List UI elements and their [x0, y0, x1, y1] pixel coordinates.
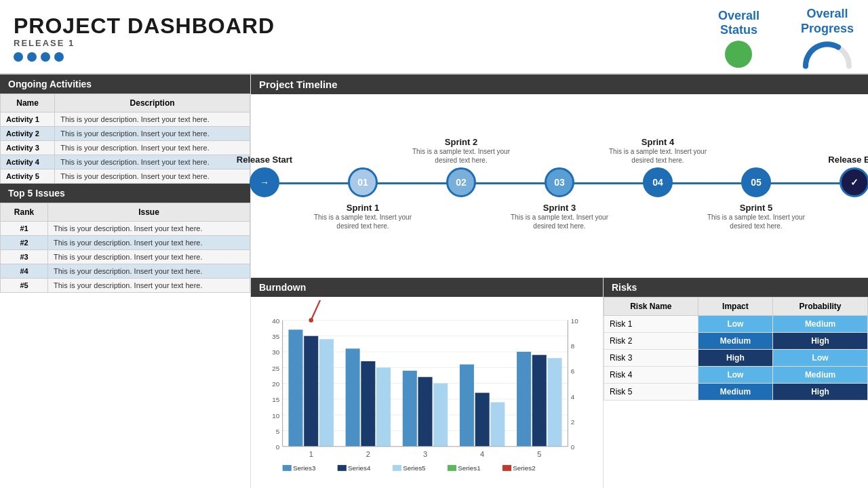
issues-header: Top 5 Issues — [0, 184, 250, 203]
svg-rect-42 — [547, 359, 561, 447]
timeline-node-2: 02 — [446, 167, 476, 197]
svg-rect-40 — [517, 352, 531, 447]
svg-rect-29 — [361, 361, 375, 447]
issues-col-rank: Rank — [1, 203, 48, 222]
activity-name: Activity 1 — [1, 113, 55, 127]
burndown-title: Burndown — [259, 282, 306, 293]
svg-text:Series4: Series4 — [348, 464, 371, 472]
risk-row: Risk 3HighLow — [604, 350, 868, 367]
release-label: RELEASE 1 — [14, 38, 275, 48]
risks-section: Risks Risk Name Impact Probability Risk … — [604, 278, 868, 488]
svg-text:15: 15 — [272, 396, 279, 403]
progress-gauge — [800, 39, 854, 69]
risk-name: Risk 2 — [604, 333, 698, 350]
activity-row: Activity 3This is your description. Inse… — [1, 141, 250, 155]
issue-rank: #3 — [1, 250, 48, 264]
svg-rect-30 — [376, 367, 391, 446]
timeline-label-bottom-5: Sprint 5This is a sample text. Insert yo… — [702, 203, 810, 230]
issue-desc: This is your description. Insert your te… — [48, 279, 250, 293]
risks-title: Risks — [612, 282, 637, 293]
burndown-section: Burndown 0510152025303540024681012345Ser… — [251, 278, 604, 488]
svg-text:1: 1 — [309, 450, 313, 458]
issue-row: #5This is your description. Insert your … — [1, 279, 250, 293]
svg-text:6: 6 — [571, 368, 575, 375]
overall-progress-block: Overall Progress — [800, 7, 854, 69]
svg-text:Series3: Series3 — [293, 464, 316, 472]
svg-rect-38 — [490, 403, 505, 447]
risk-impact: Medium — [698, 384, 772, 401]
burndown-content: 0510152025303540024681012345Series3Serie… — [251, 297, 603, 488]
dot-3 — [41, 52, 50, 62]
left-panel: Ongoing Activities Name Description Acti… — [0, 75, 251, 488]
dot-4 — [54, 52, 64, 62]
risk-row: Risk 5MediumHigh — [604, 384, 868, 401]
risk-prob: High — [773, 384, 868, 401]
title-block: PROJECT DASHBOARD RELEASE 1 — [14, 14, 275, 62]
issues-section: Top 5 Issues Rank Issue #1This is your d… — [0, 184, 250, 488]
bottom-right: Burndown 0510152025303540024681012345Ser… — [251, 278, 868, 488]
svg-text:30: 30 — [272, 349, 279, 357]
svg-rect-41 — [532, 355, 547, 447]
issue-row: #2This is your description. Insert your … — [1, 236, 250, 250]
svg-text:4: 4 — [480, 450, 484, 458]
svg-rect-24 — [288, 330, 302, 447]
dot-1 — [14, 52, 23, 62]
issue-desc: This is your description. Insert your te… — [48, 264, 250, 279]
activity-name: Activity 5 — [1, 169, 55, 184]
overall-status-label: Overall Status — [718, 9, 760, 38]
svg-rect-26 — [319, 340, 334, 447]
svg-rect-36 — [460, 365, 474, 447]
timeline-node-4: 04 — [643, 167, 673, 197]
risk-prob: Medium — [773, 316, 868, 333]
svg-text:3: 3 — [423, 450, 427, 458]
svg-text:2: 2 — [571, 418, 574, 426]
issues-title: Top 5 Issues — [8, 188, 65, 199]
svg-rect-59 — [338, 465, 347, 471]
svg-rect-33 — [418, 377, 432, 446]
risks-content: Risk Name Impact Probability Risk 1LowMe… — [604, 297, 868, 401]
issue-rank: #1 — [1, 222, 48, 236]
timeline-label-bottom-1: Sprint 1This is a sample text. Insert yo… — [309, 203, 417, 230]
svg-text:35: 35 — [272, 333, 279, 340]
risk-row: Risk 1LowMedium — [604, 316, 868, 333]
svg-point-49 — [309, 318, 313, 323]
svg-text:25: 25 — [272, 365, 279, 372]
activity-name: Activity 2 — [1, 127, 55, 141]
issues-table: Rank Issue #1This is your description. I… — [0, 203, 250, 293]
timeline-label-bottom-3: Sprint 3This is a sample text. Insert yo… — [505, 203, 614, 230]
svg-rect-61 — [393, 465, 401, 471]
risk-name: Risk 4 — [604, 367, 698, 384]
risks-header: Risks — [604, 278, 868, 297]
activity-row: Activity 2This is your description. Inse… — [1, 127, 250, 141]
activity-row: Activity 5This is your description. Inse… — [1, 169, 250, 184]
svg-text:4: 4 — [571, 393, 575, 401]
timeline-node-5: 05 — [741, 167, 771, 197]
overall-status-block: Overall Status — [718, 9, 760, 68]
timeline-node-0: → — [250, 167, 279, 197]
status-indicator — [725, 41, 752, 68]
dashboard-title: PROJECT DASHBOARD — [14, 14, 275, 38]
right-panel: Project Timeline →Release Start01Sprint … — [251, 75, 868, 488]
svg-text:10: 10 — [571, 317, 578, 325]
risk-row: Risk 2MediumHigh — [604, 333, 868, 350]
timeline-section: Project Timeline →Release Start01Sprint … — [251, 75, 868, 278]
issue-desc: This is your description. Insert your te… — [48, 222, 250, 236]
risks-col-prob: Probability — [773, 298, 868, 316]
timeline-title: Project Timeline — [259, 79, 338, 90]
svg-text:5: 5 — [276, 428, 280, 435]
timeline-label-top-0: Release Start — [210, 155, 319, 165]
svg-text:Series1: Series1 — [458, 464, 480, 472]
burndown-chart: 0510152025303540024681012345Series3Serie… — [254, 300, 596, 488]
timeline-label-top-4: Sprint 4This is a sample text. Insert yo… — [604, 137, 712, 165]
issue-rank: #5 — [1, 279, 48, 293]
svg-rect-34 — [433, 384, 448, 447]
svg-rect-65 — [502, 465, 511, 471]
activities-title: Ongoing Activities — [8, 79, 92, 89]
activities-col-name: Name — [1, 94, 55, 113]
main-content: Ongoing Activities Name Description Acti… — [0, 75, 868, 488]
activity-name: Activity 3 — [1, 141, 55, 155]
risk-prob: Medium — [773, 367, 868, 384]
risk-prob: Low — [773, 350, 868, 367]
risk-prob: High — [773, 333, 868, 350]
overall-progress-label: Overall Progress — [801, 7, 854, 36]
